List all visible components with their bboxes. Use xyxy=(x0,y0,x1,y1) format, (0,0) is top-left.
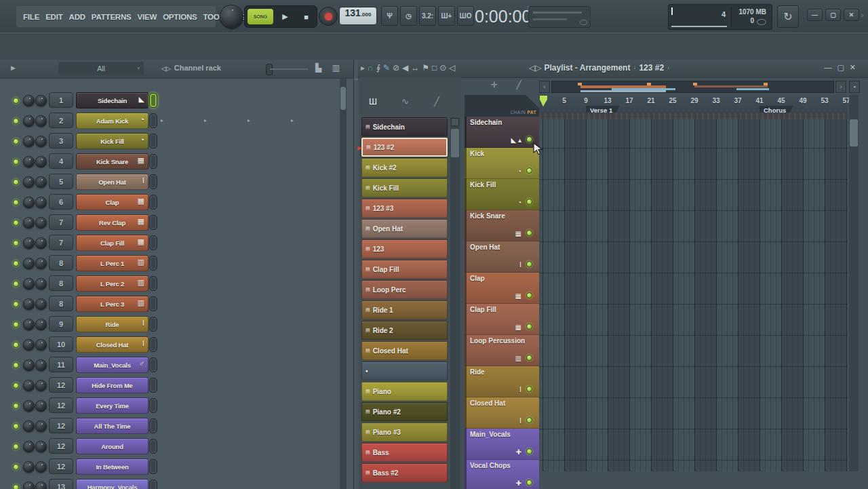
volume-knob[interactable] xyxy=(35,136,47,147)
pattern-item-piano-3[interactable]: ▤Piano #3 xyxy=(361,423,448,442)
mixer-track-number[interactable]: 7 xyxy=(49,214,73,230)
pattern-item-kick-2[interactable]: ▤Kick #2 xyxy=(361,158,448,177)
channel-led[interactable] xyxy=(13,199,19,206)
playlist-menu-arrow[interactable]: ▸ xyxy=(361,63,365,73)
rack-scrollbar-thumb[interactable] xyxy=(340,87,346,110)
pattern-item-bass[interactable]: ▤Bass xyxy=(361,443,448,462)
channel-led[interactable] xyxy=(13,423,19,429)
channel-led[interactable] xyxy=(13,159,19,165)
playlist-track-clap-fill[interactable]: Clap Fill▦ xyxy=(465,304,539,335)
mixer-track-number[interactable]: 1 xyxy=(49,92,73,108)
minimize-button[interactable]: — xyxy=(824,63,837,71)
channel-button-l-perc-2[interactable]: L Perc 2▥ xyxy=(76,275,149,292)
pan-knob[interactable] xyxy=(23,461,35,473)
pan-knob[interactable] xyxy=(23,197,35,208)
channel-button-kick-snare[interactable]: Kick Snare▦ xyxy=(76,153,149,170)
channel-led[interactable] xyxy=(13,260,19,267)
mixer-track-number[interactable]: 2 xyxy=(49,113,73,128)
pan-knob[interactable] xyxy=(23,482,35,489)
pattern-item-ride-2[interactable]: ▤Ride 2 xyxy=(361,321,448,340)
keyboard-toggle[interactable] xyxy=(149,256,157,271)
channel-button-around[interactable]: Around xyxy=(76,438,149,454)
channel-button-closed-hat[interactable]: Closed HatⅠ xyxy=(76,336,149,353)
volume-knob[interactable] xyxy=(35,298,47,310)
playlist-track-closed-hat[interactable]: Closed HatⅠ xyxy=(465,397,539,429)
stop-button[interactable]: ■ xyxy=(296,6,317,27)
channel-button-in-between[interactable]: In Between xyxy=(76,458,149,475)
keyboard-toggle[interactable] xyxy=(149,134,157,149)
volume-knob[interactable] xyxy=(35,217,47,229)
picker-audio-tab[interactable]: ∿ xyxy=(401,96,409,106)
picker-patterns-tab[interactable]: Ш xyxy=(369,96,377,106)
channel-led[interactable] xyxy=(13,220,19,226)
track-led[interactable] xyxy=(526,168,532,174)
pan-knob[interactable] xyxy=(23,176,35,188)
sync-button[interactable]: ↻ xyxy=(777,5,799,28)
pan-knob[interactable] xyxy=(23,278,35,290)
channel-led[interactable] xyxy=(13,179,19,185)
pan-knob[interactable] xyxy=(23,217,35,229)
pattern-item-kick-fill[interactable]: ▤Kick Fill xyxy=(361,178,448,197)
tempo-display[interactable]: 131.000 xyxy=(339,7,377,25)
mixer-track-number[interactable]: 8 xyxy=(49,275,73,291)
channel-button-kick-fill[interactable]: Kick Fill◔ xyxy=(76,133,149,149)
keyboard-toggle[interactable] xyxy=(149,317,157,332)
preview-tool-icon[interactable]: ◁ xyxy=(449,63,455,73)
volume-knob[interactable] xyxy=(35,258,47,269)
menu-patterns[interactable]: PATTERNS xyxy=(92,13,132,21)
channel-button-rev-clap[interactable]: Rev Clap▦ xyxy=(76,214,149,231)
keyboard-toggle[interactable] xyxy=(149,337,157,352)
volume-knob[interactable] xyxy=(35,95,47,106)
keyboard-toggle[interactable] xyxy=(149,480,157,489)
volume-knob[interactable] xyxy=(35,339,47,351)
select-tool-icon[interactable]: □ xyxy=(432,63,437,73)
channel-led[interactable] xyxy=(13,362,19,368)
mixer-track-number[interactable]: 4 xyxy=(49,153,73,169)
playlist-track-open-hat[interactable]: Open HatⅠ xyxy=(465,241,539,273)
channel-led[interactable] xyxy=(13,321,19,328)
pattern-item-123-2[interactable]: ▤123 #2▶ xyxy=(361,138,448,157)
volume-knob[interactable] xyxy=(35,420,47,432)
mixer-track-number[interactable]: 8 xyxy=(49,255,73,271)
channel-led[interactable] xyxy=(13,444,19,450)
master-volume-knob[interactable] xyxy=(220,5,243,28)
mixer-track-number[interactable]: 7 xyxy=(49,235,73,250)
channel-button-main-vocals[interactable]: Main_Vocals♂ xyxy=(76,357,149,373)
rack-swing-track[interactable] xyxy=(270,69,308,70)
menu-file[interactable]: FILE xyxy=(23,13,39,21)
pattern-item-123-3[interactable]: ▤123 #3 xyxy=(361,199,448,218)
rack-view-icons[interactable]: ▙ ▥ xyxy=(315,63,344,73)
loop-record-button[interactable]: Ш+ xyxy=(438,6,455,26)
channel-button-all-the-time[interactable]: All The Time xyxy=(76,418,149,434)
volume-knob[interactable] xyxy=(35,237,47,249)
pan-knob[interactable] xyxy=(23,156,35,168)
track-led[interactable] xyxy=(526,480,532,486)
rack-scrollbar[interactable] xyxy=(340,79,347,489)
pan-knob[interactable] xyxy=(23,95,35,106)
picker-automation-tab[interactable]: ╱ xyxy=(434,96,439,106)
channel-led[interactable] xyxy=(13,342,19,348)
blend-notes-button[interactable]: ШO xyxy=(457,6,474,26)
keyboard-toggle[interactable] xyxy=(149,113,157,128)
picker-scroll-up[interactable] xyxy=(451,118,459,126)
mixer-track-number[interactable]: 11 xyxy=(49,357,73,372)
pattern-item-piano-2[interactable]: ▤Piano #2 xyxy=(361,402,448,421)
magnet-icon[interactable]: ∩ xyxy=(368,63,374,73)
pan-knob[interactable] xyxy=(23,115,35,127)
mixer-track-number[interactable]: 8 xyxy=(49,296,73,311)
track-led[interactable] xyxy=(526,448,532,454)
volume-knob[interactable] xyxy=(35,461,47,473)
track-led[interactable] xyxy=(526,355,532,361)
channel-led[interactable] xyxy=(13,281,19,287)
track-led[interactable] xyxy=(526,386,532,392)
track-led[interactable] xyxy=(526,261,532,267)
keyboard-toggle[interactable] xyxy=(149,459,157,474)
record-button[interactable] xyxy=(319,7,338,26)
volume-knob[interactable] xyxy=(35,156,47,168)
track-led[interactable] xyxy=(526,199,532,205)
channel-led[interactable] xyxy=(13,240,19,246)
pan-knob[interactable] xyxy=(23,319,35,330)
mixer-track-number[interactable]: 5 xyxy=(49,174,73,189)
keyboard-toggle[interactable] xyxy=(149,195,157,210)
pattern-item-bass-2[interactable]: ▤Bass #2 xyxy=(361,463,448,482)
